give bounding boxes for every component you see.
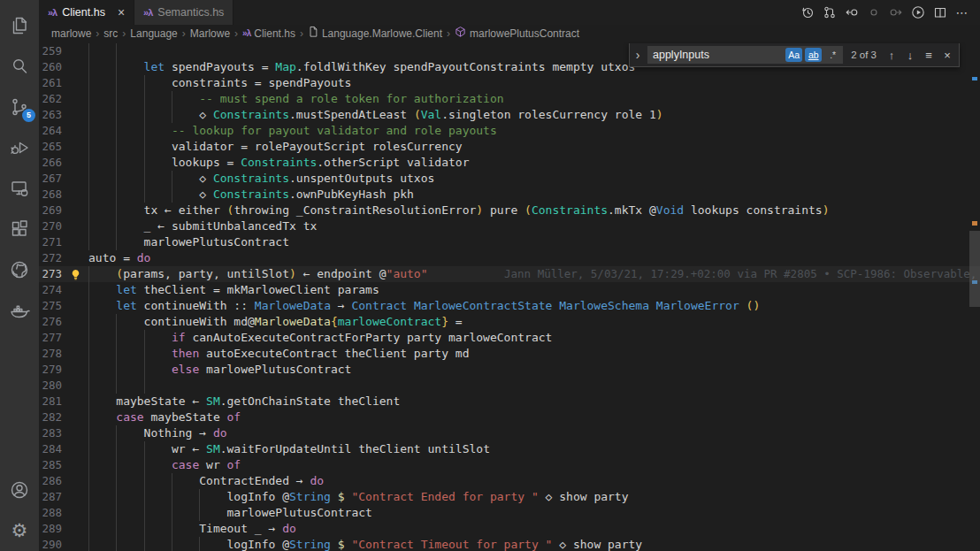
line-number[interactable]: 280 — [39, 378, 62, 394]
docker-icon[interactable] — [0, 290, 39, 331]
code-line[interactable]: 267 ◇ Constraints.unspentOutputs utxos — [39, 171, 980, 187]
line-number[interactable]: 264 — [39, 123, 62, 139]
code-line[interactable]: 286 ContractEnded → do — [39, 473, 980, 489]
code-line[interactable]: 270 _ ← submitUnbalancedTx tx — [39, 218, 980, 234]
line-number[interactable]: 285 — [39, 457, 62, 473]
line-number[interactable]: 260 — [39, 59, 62, 75]
line-number[interactable]: 272 — [39, 250, 62, 266]
line-number[interactable]: 277 — [39, 330, 62, 346]
search-icon[interactable] — [0, 46, 39, 87]
next-change-icon[interactable] — [889, 5, 903, 19]
regex-toggle[interactable]: .* — [824, 48, 841, 62]
code-line[interactable]: 282 case maybeState of — [39, 409, 980, 425]
tab-semantics-hs[interactable]: »λ Semantics.hs — [134, 0, 234, 25]
code-line[interactable]: 280 — [39, 378, 980, 394]
find-input[interactable]: applyInputs Aa ab .* — [647, 46, 843, 64]
toggle-replace-icon[interactable]: › — [632, 48, 643, 62]
line-number[interactable]: 287 — [39, 489, 62, 505]
scrollbar[interactable] — [969, 42, 980, 551]
code-line[interactable]: 266 lookups = Constraints.otherScript va… — [39, 155, 980, 171]
line-number[interactable]: 289 — [39, 521, 62, 537]
previous-match-icon[interactable]: ↑ — [884, 49, 899, 62]
match-case-toggle[interactable]: Aa — [785, 48, 802, 62]
line-number[interactable]: 267 — [39, 171, 62, 187]
run-and-debug-icon[interactable] — [0, 127, 39, 168]
scrollbar-slider[interactable] — [969, 231, 980, 307]
code-line[interactable]: 268 ◇ Constraints.ownPubKeyHash pkh — [39, 187, 980, 203]
breadcrumb-item[interactable]: Language.Marlowe.Client — [308, 26, 442, 41]
lightbulb-icon[interactable] — [62, 266, 88, 282]
line-number[interactable]: 275 — [39, 298, 62, 314]
code-line[interactable]: 290 logInfo @String $ "Contract Timeout … — [39, 537, 980, 551]
line-number[interactable]: 278 — [39, 346, 62, 362]
next-match-icon[interactable]: ↓ — [903, 49, 917, 62]
whole-word-toggle[interactable]: ab — [805, 48, 822, 62]
line-number[interactable]: 274 — [39, 282, 62, 298]
code-line[interactable]: 287 logInfo @String $ "Contract Ended fo… — [39, 489, 980, 505]
extensions-icon[interactable] — [0, 209, 39, 249]
run-icon[interactable] — [911, 5, 925, 19]
code-line[interactable]: 261 constraints = spendPayouts — [39, 75, 980, 91]
code-line[interactable]: 277 if canAutoExecuteContractForParty pa… — [39, 330, 980, 346]
account-icon[interactable] — [0, 470, 39, 510]
code-line[interactable]: 264 -- lookup for payout validator and r… — [39, 123, 980, 139]
more-actions-icon[interactable]: ⋯ — [955, 5, 969, 19]
breadcrumb-item[interactable]: marlowe — [51, 27, 91, 40]
code-line[interactable]: 274 let theClient = mkMarloweClient para… — [39, 282, 980, 298]
code-line[interactable]: 284 wr ← SM.waitForUpdateUntil theClient… — [39, 441, 980, 457]
source-control-icon[interactable]: 5 — [0, 87, 39, 127]
code-line[interactable]: 273 (params, party, untilSlot) ← endpoin… — [39, 266, 980, 282]
breadcrumb-item[interactable]: marlowePlutusContract — [455, 26, 579, 41]
code-line[interactable]: 276 continueWith md@MarloweData{marloweC… — [39, 314, 980, 330]
line-number[interactable]: 259 — [39, 43, 62, 59]
settings-gear-icon[interactable]: ⚙ — [0, 510, 39, 551]
breadcrumb-item[interactable]: src — [103, 27, 118, 40]
line-number[interactable]: 271 — [39, 234, 62, 250]
code-line[interactable]: 279 else marlowePlutusContract — [39, 362, 980, 378]
line-number[interactable]: 279 — [39, 362, 62, 378]
line-number[interactable]: 290 — [39, 537, 62, 551]
line-number[interactable]: 270 — [39, 218, 62, 234]
code-line[interactable]: 275 let continueWith :: MarloweData → Co… — [39, 298, 980, 314]
github-icon[interactable] — [0, 249, 39, 290]
remote-explorer-icon[interactable] — [0, 168, 39, 209]
code-line[interactable]: 285 case wr of — [39, 457, 980, 473]
code-editor[interactable]: 259260 let spendPayouts = Map.foldlWithK… — [39, 42, 980, 551]
line-number[interactable]: 273 — [39, 266, 62, 282]
breadcrumb-item[interactable]: Language — [130, 27, 177, 40]
line-number[interactable]: 263 — [39, 107, 62, 123]
line-number[interactable]: 276 — [39, 314, 62, 330]
tab-client-hs[interactable]: »λ Client.hs × — [39, 0, 134, 25]
current-change-icon[interactable] — [867, 5, 881, 19]
line-number[interactable]: 281 — [39, 394, 62, 409]
line-number[interactable]: 269 — [39, 203, 62, 218]
code-line[interactable]: 283 Nothing → do — [39, 425, 980, 441]
history-icon[interactable] — [800, 5, 815, 19]
code-line[interactable]: 269 tx ← either (throwing _ConstraintRes… — [39, 203, 980, 218]
line-number[interactable]: 266 — [39, 155, 62, 171]
split-editor-icon[interactable] — [933, 5, 947, 19]
compare-changes-icon[interactable] — [823, 5, 837, 19]
code-line[interactable]: 281 maybeState ← SM.getOnChainState theC… — [39, 394, 980, 409]
find-in-selection-icon[interactable]: ≡ — [922, 49, 936, 62]
line-number[interactable]: 284 — [39, 441, 62, 457]
code-line[interactable]: 271 marlowePlutusContract — [39, 234, 980, 250]
close-tab-icon[interactable]: × — [118, 6, 125, 19]
close-find-icon[interactable]: × — [940, 49, 954, 62]
line-number[interactable]: 288 — [39, 505, 62, 521]
line-number[interactable]: 286 — [39, 473, 62, 489]
explorer-icon[interactable] — [0, 5, 39, 46]
breadcrumb-item[interactable]: Marlowe — [190, 27, 230, 40]
line-number[interactable]: 283 — [39, 425, 62, 441]
line-number[interactable]: 282 — [39, 409, 62, 425]
code-line[interactable]: 278 then autoExecuteContract theClient p… — [39, 346, 980, 362]
breadcrumb-item[interactable]: »λClient.hs — [242, 27, 295, 40]
code-line[interactable]: 272auto = do — [39, 250, 980, 266]
line-number[interactable]: 262 — [39, 91, 62, 107]
find-query-text[interactable]: applyInputs — [653, 49, 783, 61]
previous-change-icon[interactable] — [845, 5, 859, 19]
code-line[interactable]: 263 ◇ Constraints.mustSpendAtLeast (Val.… — [39, 107, 980, 123]
code-line[interactable]: 262 -- must spend a role token for autho… — [39, 91, 980, 107]
line-number[interactable]: 265 — [39, 139, 62, 155]
code-line[interactable]: 265 validator = rolePayoutScript rolesCu… — [39, 139, 980, 155]
